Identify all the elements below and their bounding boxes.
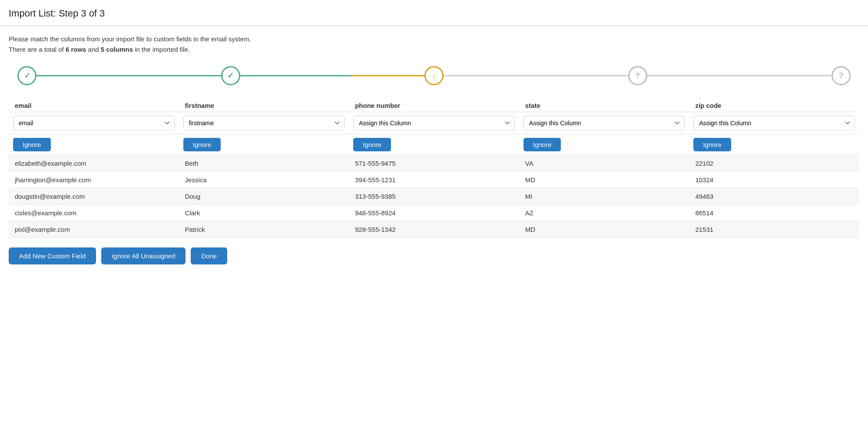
table-cell: Patrick — [179, 221, 349, 237]
table-cell: Doug — [179, 188, 349, 204]
select-cell-state: Assign this Column — [519, 116, 689, 130]
page-wrapper: Import List: Step 3 of 3 Please match th… — [0, 0, 868, 421]
columns-header-row: email firstname phone number state zip c… — [9, 97, 859, 112]
ignore-email-button[interactable]: Ignore — [13, 138, 51, 151]
ignore-cell-zip: Ignore — [689, 138, 859, 151]
table-cell: MD — [519, 221, 689, 237]
page-header: Import List: Step 3 of 3 — [0, 0, 868, 26]
table-cell: Clark — [179, 205, 349, 221]
ignore-zip-button[interactable]: Ignore — [693, 138, 731, 151]
table-row: pixl@example.comPatrick928-555-1342MD215… — [9, 221, 859, 238]
table-cell: 10324 — [689, 172, 859, 188]
ignore-cell-phone: Ignore — [349, 138, 519, 151]
footer-actions: Add New Custom Field Ignore All Unassign… — [0, 238, 868, 274]
table-cell: VA — [519, 155, 689, 171]
table-cell: 948-555-8924 — [349, 205, 519, 221]
ignore-firstname-button[interactable]: Ignore — [183, 138, 221, 151]
description-line2: There are a total of 6 rows and 5 column… — [9, 44, 859, 55]
col-header-firstname: firstname — [179, 97, 349, 112]
select-row: email Assign this Column firstname Assig… — [9, 112, 859, 134]
email-select[interactable]: email Assign this Column — [13, 116, 175, 130]
table-cell: 571-555-9475 — [349, 155, 519, 171]
select-cell-email: email Assign this Column — [9, 116, 179, 130]
table-row: jharrington@example.comJessica394-555-12… — [9, 172, 859, 188]
table-cell: dougstin@example.com — [9, 188, 179, 204]
description-section: Please match the columns from your impor… — [0, 26, 868, 58]
ignore-row: Ignore Ignore Ignore Ignore Ignore — [9, 134, 859, 155]
ignore-phone-button[interactable]: Ignore — [353, 138, 391, 151]
select-cell-phone: Assign this Column — [349, 116, 519, 130]
table-row: dougstin@example.comDoug313-555-9385MI49… — [9, 188, 859, 205]
table-cell: jharrington@example.com — [9, 172, 179, 188]
step-2: ✓ — [221, 66, 240, 85]
table-row: elizabeth@example.comBeth571-555-9475VA2… — [9, 155, 859, 172]
ignore-cell-firstname: Ignore — [179, 138, 349, 151]
progress-section: ✓ ✓ ↓ ? ? — [0, 58, 868, 97]
table-row: cisles@example.comClark948-555-8924AZ865… — [9, 205, 859, 221]
firstname-select[interactable]: firstname Assign this Column — [183, 116, 345, 130]
table-cell: Beth — [179, 155, 349, 171]
table-cell: 313-555-9385 — [349, 188, 519, 204]
add-custom-field-button[interactable]: Add New Custom Field — [9, 247, 96, 264]
step-3: ↓ — [424, 66, 444, 85]
table-cell: 394-555-1231 — [349, 172, 519, 188]
select-cell-firstname: firstname Assign this Column — [179, 116, 349, 130]
steps-container: ✓ ✓ ↓ ? ? — [17, 66, 851, 85]
table-cell: 86514 — [689, 205, 859, 221]
table-cell: cisles@example.com — [9, 205, 179, 221]
table-cell: MI — [519, 188, 689, 204]
ignore-all-unassigned-button[interactable]: Ignore All Unassigned — [101, 247, 186, 264]
description-line1: Please match the columns from your impor… — [9, 34, 859, 44]
table-cell: AZ — [519, 205, 689, 221]
step-1: ✓ — [17, 66, 36, 85]
ignore-cell-email: Ignore — [9, 138, 179, 151]
table-cell: 928-555-1342 — [349, 221, 519, 237]
rows-count: 6 rows — [66, 46, 86, 53]
ignore-state-button[interactable]: Ignore — [523, 138, 561, 151]
page-title: Import List: Step 3 of 3 — [9, 8, 859, 19]
cols-count: 5 columns — [101, 46, 133, 53]
table-section: email firstname phone number state zip c… — [0, 97, 868, 238]
table-cell: elizabeth@example.com — [9, 155, 179, 171]
table-cell: 22102 — [689, 155, 859, 171]
step-5: ? — [832, 66, 851, 85]
zip-select[interactable]: Assign this Column — [693, 116, 855, 130]
col-header-email: email — [9, 97, 179, 112]
table-cell: 21531 — [689, 221, 859, 237]
step-4: ? — [628, 66, 647, 85]
ignore-cell-state: Ignore — [519, 138, 689, 151]
col-header-state: state — [519, 97, 689, 112]
done-button[interactable]: Done — [191, 247, 227, 264]
table-cell: 49463 — [689, 188, 859, 204]
col-header-zip: zip code — [689, 97, 859, 112]
table-cell: MD — [519, 172, 689, 188]
phone-select[interactable]: Assign this Column — [353, 116, 515, 130]
data-rows-container: elizabeth@example.comBeth571-555-9475VA2… — [9, 155, 859, 238]
table-cell: pixl@example.com — [9, 221, 179, 237]
progress-track: ✓ ✓ ↓ ? ? — [17, 63, 851, 89]
col-header-phone: phone number — [349, 97, 519, 112]
state-select[interactable]: Assign this Column — [523, 116, 685, 130]
table-cell: Jessica — [179, 172, 349, 188]
select-cell-zip: Assign this Column — [689, 116, 859, 130]
